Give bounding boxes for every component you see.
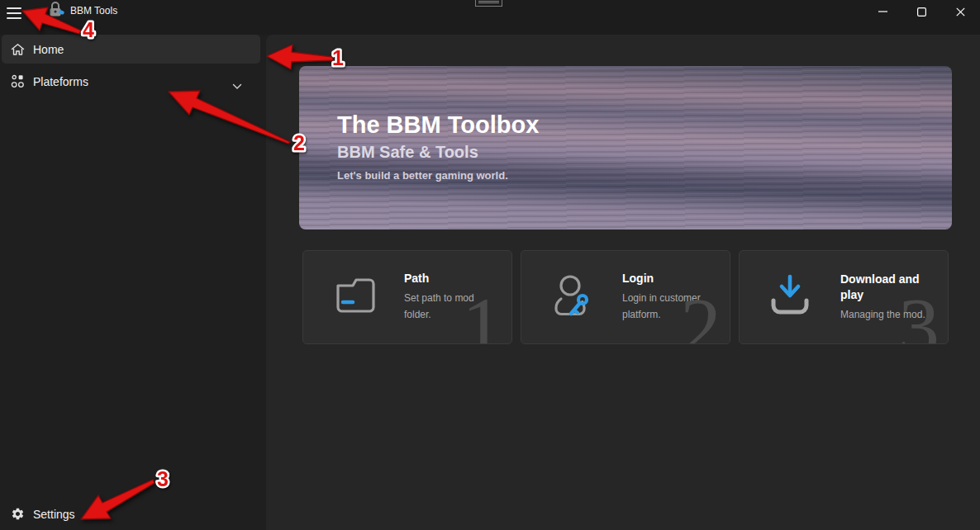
card-login[interactable]: Login Login in customer platform. 2 [521, 250, 730, 344]
window-title: BBM Tools [70, 5, 117, 17]
chevron-down-icon[interactable] [232, 78, 242, 93]
minimize-button[interactable] [863, 0, 902, 23]
sidebar-item-label: Plateforms [33, 75, 88, 88]
card-step-number: 3 [898, 286, 940, 344]
card-step-number: 2 [680, 286, 721, 344]
close-button[interactable] [941, 0, 980, 23]
sidebar-item-plateforms[interactable]: Plateforms [2, 67, 260, 96]
home-icon [2, 43, 33, 56]
titlebar: BBM Tools [0, 0, 980, 35]
window-controls [863, 0, 980, 23]
card-step-number: 1 [462, 286, 503, 344]
category-icon [2, 74, 33, 88]
step-cards: Path Set path to mod folder. 1 Login Log… [302, 250, 949, 344]
maximize-button[interactable] [902, 0, 941, 23]
hamburger-menu-icon [7, 7, 21, 9]
download-icon [768, 272, 814, 322]
close-icon [956, 7, 965, 17]
card-download[interactable]: Download and play Managing the mod. 3 [739, 250, 949, 344]
hero-tagline: Let's build a better gaming world. [337, 169, 952, 182]
sidebar-item-settings[interactable]: Settings [2, 499, 260, 528]
app-lock-icon [47, 1, 65, 21]
sidebar-item-label: Home [33, 43, 64, 56]
folder-icon [331, 274, 378, 320]
hero-banner: The BBM Toolbox BBM Safe & Tools Let's b… [299, 66, 952, 230]
sidebar-item-home[interactable]: Home [2, 35, 260, 64]
gear-icon [2, 507, 33, 521]
maximize-icon [917, 7, 926, 17]
hero-subtitle: BBM Safe & Tools [337, 143, 952, 162]
card-path[interactable]: Path Set path to mod folder. 1 [302, 250, 512, 344]
snap-indicator-icon [475, 0, 502, 7]
hero-title: The BBM Toolbox [337, 111, 952, 140]
main-content: The BBM Toolbox BBM Safe & Tools Let's b… [266, 35, 980, 530]
sidebar: Home Plateforms Settings [0, 35, 266, 530]
minimize-icon [878, 11, 887, 12]
user-key-icon [549, 272, 596, 322]
hamburger-menu-button[interactable] [5, 4, 30, 22]
sidebar-item-label: Settings [33, 508, 75, 521]
